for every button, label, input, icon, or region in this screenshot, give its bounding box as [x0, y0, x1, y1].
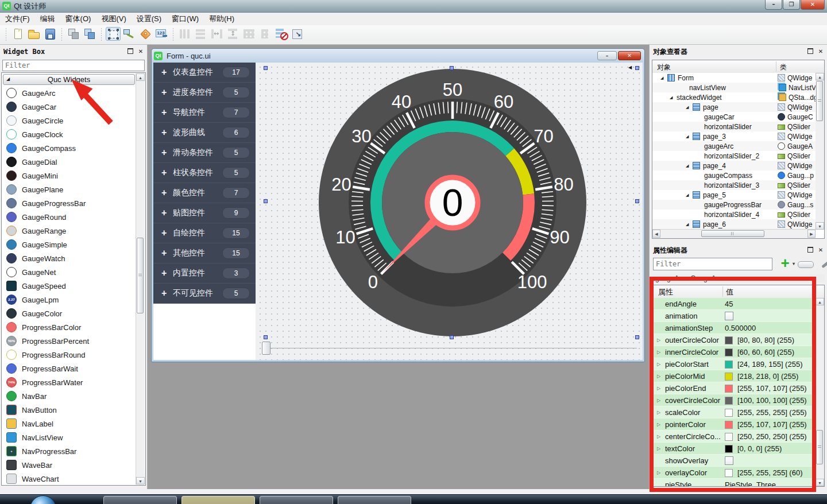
property-expander-icon[interactable]: ▷	[657, 434, 665, 439]
widget-box-item[interactable]: NavBar	[2, 389, 145, 403]
property-row[interactable]: ▷ innerCircleColor [60, 60, 60] (255)	[652, 346, 816, 358]
property-row[interactable]: ▷ overlayColor [255, 255, 255] (60)	[652, 467, 816, 479]
open-form-icon[interactable]	[26, 27, 41, 41]
nav-list-item[interactable]: + 进度条控件 5	[153, 83, 256, 103]
widget-box-filter-input[interactable]	[2, 60, 145, 71]
widget-box-item[interactable]: GaugeRound	[2, 210, 145, 224]
checkbox[interactable]	[725, 456, 733, 465]
widget-box-item[interactable]: 50% ProgressBarPercent	[2, 334, 145, 348]
property-row[interactable]: ▷ pieColorStart [24, 189, 155] (255)	[652, 358, 816, 370]
menu-item[interactable]: 视图(V)	[96, 13, 131, 25]
selection-handle[interactable]	[635, 66, 639, 70]
tree-expander-icon[interactable]: ◢	[686, 193, 693, 197]
property-row[interactable]: ▷ textColor [0, 0, 0] (255)	[652, 443, 816, 455]
widget-box-item[interactable]: GaugeClock	[2, 127, 145, 141]
scrollbar-thumb[interactable]	[701, 230, 764, 237]
property-row[interactable]: ▷ outerCircleColor [80, 80, 80] (255)	[652, 334, 816, 346]
menu-item[interactable]: 设置(S)	[132, 13, 167, 25]
nav-list-item[interactable]: + 波形曲线 6	[153, 123, 256, 143]
start-button[interactable]	[30, 495, 56, 504]
widget-box-item[interactable]: GaugeSpeed	[2, 279, 145, 293]
scrollbar-thumb[interactable]	[137, 238, 144, 313]
object-tree-row[interactable]: ◢ page_4 QWidge	[652, 161, 816, 170]
property-expander-icon[interactable]: ▷	[657, 350, 665, 355]
widget-box-item[interactable]: GaugeMini	[2, 169, 145, 183]
widget-box-scrollbar[interactable]: ▲ ▼	[136, 73, 145, 484]
property-expander-icon[interactable]: ▷	[657, 374, 665, 379]
widget-box-item[interactable]: GaugeColor	[2, 307, 145, 320]
layout-vertical-icon[interactable]	[194, 27, 208, 41]
horizontal-slider[interactable]	[262, 342, 638, 355]
property-row[interactable]: animation	[652, 310, 816, 322]
object-tree-row[interactable]: horizontalSlider_4 QSlider	[652, 210, 816, 219]
property-value[interactable]: [255, 107, 107] (255)	[725, 382, 807, 394]
property-row[interactable]: ▷ pieColorMid [218, 218, 0] (255)	[652, 370, 816, 382]
scrollbar-thumb[interactable]	[816, 430, 823, 464]
scroll-left-icon[interactable]: ◀	[652, 230, 660, 238]
nav-list-item[interactable]: + 不可见控件 5	[153, 284, 256, 304]
object-tree-row[interactable]: gaugeCompass Gaug...p	[652, 170, 816, 180]
scroll-up-icon[interactable]: ▲	[136, 73, 145, 81]
property-value[interactable]: [255, 255, 255] (60)	[725, 467, 802, 479]
widget-box-item[interactable]: NavButton	[2, 403, 145, 417]
scroll-right-icon[interactable]: ▶	[807, 230, 816, 238]
widget-box-item[interactable]: GaugeCircle	[2, 114, 145, 127]
property-value[interactable]: [24, 189, 155] (255)	[725, 358, 802, 370]
property-expander-icon[interactable]: ▷	[657, 446, 665, 451]
widget-box-item[interactable]: GaugeCompass	[2, 141, 145, 155]
property-row[interactable]: showOverlay	[652, 455, 816, 467]
object-tree-row[interactable]: ◢ page QWidge	[652, 102, 816, 112]
configure-wrench-icon[interactable]	[820, 258, 827, 270]
selection-handle[interactable]	[450, 335, 454, 339]
scroll-down-icon[interactable]: ▼	[136, 477, 145, 484]
object-tree-row[interactable]: gaugeCar GaugeC	[652, 112, 816, 122]
taskbar-app-button[interactable]	[181, 496, 255, 504]
layout-vertical-splitter-icon[interactable]	[226, 27, 241, 41]
form-close-button[interactable]: ✕	[618, 51, 641, 60]
add-property-button[interactable]: +	[778, 256, 792, 270]
menu-item[interactable]: 窗体(O)	[60, 13, 96, 25]
selection-handle[interactable]	[264, 66, 268, 70]
object-tree-row[interactable]: ◢ page_5 QWidge	[652, 190, 816, 200]
tree-expander-icon[interactable]: ◢	[686, 134, 693, 139]
property-value[interactable]: 0.500000	[725, 322, 756, 334]
form-titlebar[interactable]: Qt Form - quc.ui – ✕	[152, 49, 644, 63]
window-restore-button[interactable]: ❐	[783, 0, 800, 10]
nav-list-item[interactable]: + 颜色控件 7	[153, 183, 256, 203]
property-value[interactable]: PieStyle_Three	[725, 479, 776, 486]
object-tree-row[interactable]: ◢ stackedWidget QSta...dg	[652, 92, 816, 102]
menu-item[interactable]: 帮助(H)	[204, 13, 239, 25]
property-value[interactable]: [255, 255, 255] (255)	[725, 406, 807, 418]
edit-tab-order-icon[interactable]	[154, 27, 169, 41]
nav-list-item[interactable]: + 其他控件 15	[153, 243, 256, 263]
property-value[interactable]	[725, 455, 733, 467]
menu-item[interactable]: 文件(F)	[0, 13, 35, 25]
adjust-size-icon[interactable]	[290, 27, 305, 41]
form-canvas[interactable]: 01020304050607080901000 ◀	[256, 63, 643, 360]
layout-form-icon[interactable]	[258, 27, 273, 41]
scroll-down-icon[interactable]: ▼	[816, 479, 824, 486]
object-tree-row[interactable]: horizontalSlider_2 QSlider	[652, 151, 816, 161]
object-tree-row[interactable]: gaugeArc GaugeA	[652, 141, 816, 151]
property-editor-float-button[interactable]	[806, 247, 814, 254]
widget-box-item[interactable]: NavLabel	[2, 417, 145, 431]
widget-box-category-quc-widgets[interactable]: ◢ Quc Widgets	[3, 74, 135, 85]
edit-buddies-icon[interactable]	[138, 27, 153, 41]
widget-box-item[interactable]: ProgressBarWait	[2, 362, 145, 375]
scrollbar-thumb[interactable]	[816, 81, 823, 121]
object-tree-row[interactable]: horizontalSlider_3 QSlider	[652, 180, 816, 190]
tree-expander-icon[interactable]: ◢	[686, 222, 693, 227]
widget-box-item[interactable]: GaugePlane	[2, 183, 145, 196]
property-row[interactable]: pieStyle PieStyle_Three	[652, 479, 816, 486]
object-tree-row[interactable]: ◢ page_3 QWidge	[652, 131, 816, 141]
property-value[interactable]: [0, 0, 0] (255)	[725, 443, 782, 455]
selection-handle[interactable]	[264, 199, 268, 203]
widget-box-item[interactable]: 2.27 GaugeLpm	[2, 293, 145, 307]
property-row[interactable]: ▷ centerCircleCo... [250, 250, 250] (255…	[652, 431, 816, 443]
property-value[interactable]: [60, 60, 60] (255)	[725, 346, 794, 358]
widget-box-item[interactable]: + NavProgressBar	[2, 444, 145, 458]
property-expander-icon[interactable]: ▷	[657, 338, 665, 343]
property-value[interactable]: [80, 80, 80] (255)	[725, 334, 794, 346]
nav-list-item[interactable]: + 柱状条控件 5	[153, 163, 256, 183]
object-tree-row[interactable]: ◢ Form QWidge	[652, 73, 816, 83]
